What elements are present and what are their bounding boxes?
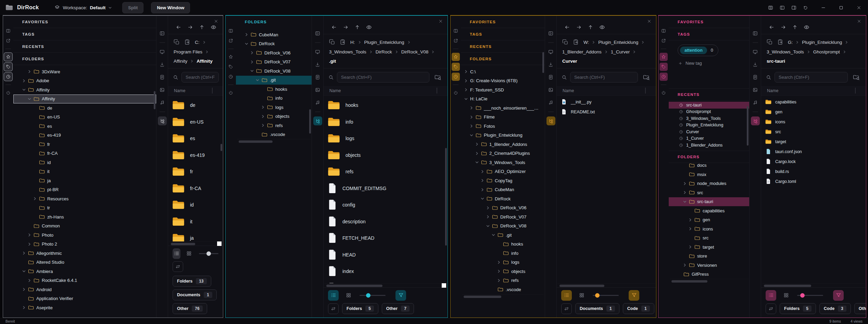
- tree-item[interactable]: ___noch_einsortieren___…: [461, 103, 545, 113]
- tag-button[interactable]: [452, 63, 460, 71]
- file-item[interactable]: config: [328, 197, 446, 213]
- search-input[interactable]: [775, 72, 848, 83]
- music-button[interactable]: [546, 98, 555, 107]
- tree-item[interactable]: Adobe: [13, 76, 156, 86]
- tree-item[interactable]: tr: [13, 203, 156, 213]
- icon-size-slider[interactable]: [797, 295, 823, 296]
- tree-item[interactable]: objects: [461, 267, 545, 276]
- preview-button[interactable]: [211, 24, 216, 30]
- monitor-button[interactable]: [313, 47, 322, 56]
- sidebar-vertical-scrollbar[interactable]: [747, 106, 749, 146]
- section-header-tags[interactable]: TAGS: [13, 28, 156, 40]
- collapse-panel-button[interactable]: [546, 29, 555, 38]
- collapse-panel-button[interactable]: [313, 29, 322, 38]
- layout-columns-button[interactable]: [452, 27, 460, 35]
- copy-button[interactable]: [174, 39, 180, 45]
- recent-item[interactable]: src-tauri: [669, 102, 749, 109]
- recent-item[interactable]: Plugin_Entwicklung: [669, 122, 749, 129]
- breadcrumb-segment[interactable]: 1_Curver: [611, 49, 630, 54]
- tree-item[interactable]: hooks: [461, 240, 545, 249]
- power-button[interactable]: [227, 89, 235, 97]
- tree-item[interactable]: msix: [669, 170, 749, 179]
- sidebar-horizontal-scrollbar[interactable]: [462, 294, 544, 298]
- main-horizontal-scrollbar[interactable]: [558, 283, 655, 287]
- tree-item[interactable]: objects: [236, 112, 312, 121]
- file-item[interactable]: fr: [172, 163, 222, 180]
- filter-badge-other[interactable]: Other76: [173, 303, 207, 314]
- forward-button[interactable]: [187, 24, 193, 30]
- tree-item[interactable]: id: [13, 158, 156, 167]
- file-item[interactable]: objects: [328, 147, 446, 164]
- tree-item[interactable]: Affinity: [13, 85, 156, 95]
- breadcrumb-segment[interactable]: Plugin_Entwicklung: [802, 40, 842, 45]
- column-divider[interactable]: [645, 88, 646, 94]
- file-item[interactable]: tauri.conf.json: [765, 147, 865, 157]
- back-button[interactable]: [564, 24, 570, 30]
- breadcrumb-segment[interactable]: G:: [788, 40, 793, 45]
- tree-item[interactable]: 3_Windows_Tools: [461, 158, 545, 167]
- new-window-button[interactable]: New Window: [151, 2, 190, 13]
- tree-item[interactable]: DirRock_V07: [461, 212, 545, 222]
- icon-size-slider[interactable]: [593, 295, 619, 296]
- back-button[interactable]: [331, 24, 337, 30]
- tag-button[interactable]: [4, 63, 12, 71]
- file-item[interactable]: es: [172, 130, 222, 147]
- section-header-folders[interactable]: FOLDERS: [13, 53, 156, 65]
- tree-item[interactable]: hooks: [236, 85, 312, 94]
- tree-item[interactable]: refs: [236, 121, 312, 130]
- file-item[interactable]: target: [765, 137, 865, 147]
- search-input[interactable]: [337, 72, 429, 83]
- tree-item[interactable]: capabilities: [669, 206, 749, 215]
- file-item[interactable]: COMMIT_EDITMSG: [328, 180, 446, 197]
- breadcrumb-segment[interactable]: Affinity: [174, 59, 187, 64]
- main-horizontal-scrollbar[interactable]: [169, 241, 222, 246]
- file-item[interactable]: ja: [172, 230, 222, 241]
- paste-button[interactable]: [777, 39, 783, 45]
- file-item[interactable]: __init__.py: [561, 97, 655, 107]
- tree-item[interactable]: G: Create-Visions (6TB): [461, 76, 545, 86]
- tree-item[interactable]: logs: [236, 103, 312, 112]
- close-pane-button[interactable]: [857, 19, 861, 24]
- file-item[interactable]: icons: [765, 117, 865, 127]
- layout-columns-button[interactable]: [227, 27, 235, 35]
- file-item[interactable]: ORIG_HEAD: [328, 280, 446, 284]
- scrollbar-thumb[interactable]: [464, 296, 501, 298]
- tree-item[interactable]: Allegorithmic: [13, 249, 156, 258]
- tree-item[interactable]: AEO_Optimizer: [461, 167, 545, 176]
- star-button[interactable]: [452, 53, 460, 61]
- up-button[interactable]: [792, 24, 798, 30]
- column-divider[interactable]: [855, 88, 856, 94]
- section-header-recents[interactable]: RECENTS: [461, 40, 545, 53]
- folder-search-button[interactable]: [643, 74, 650, 80]
- search-input[interactable]: [181, 72, 219, 83]
- icon-size-slider[interactable]: [360, 295, 386, 296]
- recent-item[interactable]: Ghostprompt: [669, 109, 749, 115]
- clock-button[interactable]: [659, 73, 668, 81]
- recent-item[interactable]: 1_Curver: [669, 135, 749, 142]
- main-horizontal-scrollbar[interactable]: [325, 283, 446, 287]
- filter-badge-folders[interactable]: Folders5: [342, 303, 378, 314]
- tree-item[interactable]: .vscode: [236, 130, 312, 139]
- tree-item[interactable]: DirRock: [236, 39, 312, 49]
- filter-button[interactable]: [395, 290, 406, 301]
- section-header-favorites[interactable]: FAVORITES: [13, 16, 156, 28]
- tree-item[interactable]: zh-Hans: [13, 212, 156, 222]
- tree-item[interactable]: Application Verifier: [13, 294, 156, 303]
- monitor-button[interactable]: [158, 47, 167, 56]
- clock-button[interactable]: [452, 73, 460, 81]
- tree-item[interactable]: src: [669, 234, 749, 243]
- breadcrumb-segment[interactable]: Ghostprompt: [813, 49, 840, 54]
- tree-item[interactable]: 3DxWare: [13, 67, 156, 76]
- file-item[interactable]: capabilities: [765, 97, 865, 107]
- slider-handle[interactable]: [800, 293, 805, 298]
- file-item[interactable]: fr-CA: [172, 180, 222, 197]
- image-button[interactable]: [751, 85, 760, 94]
- collapse-panel-button[interactable]: [751, 29, 760, 38]
- tree-item[interactable]: .git: [461, 230, 545, 240]
- clock-button[interactable]: [227, 73, 235, 81]
- paste-button[interactable]: [184, 39, 190, 45]
- tree-item[interactable]: Photo 2: [13, 240, 156, 249]
- file-item[interactable]: src: [765, 127, 865, 137]
- file-item[interactable]: it: [172, 213, 222, 230]
- tree-item[interactable]: CopyTag: [461, 176, 545, 185]
